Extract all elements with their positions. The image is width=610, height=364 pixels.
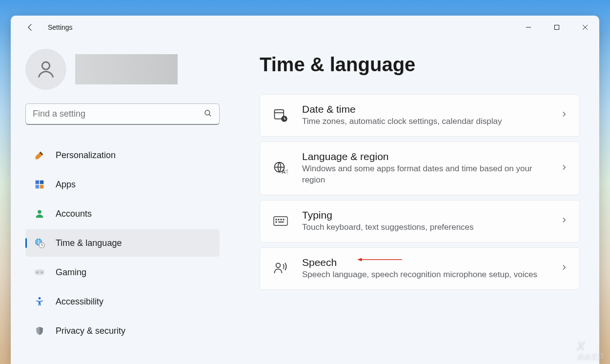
person-green-icon bbox=[34, 208, 45, 219]
svg-point-9 bbox=[38, 210, 41, 214]
svg-point-13 bbox=[37, 272, 38, 273]
calendar-clock-icon bbox=[273, 107, 288, 123]
card-subtitle: Speech language, speech recognition micr… bbox=[302, 269, 547, 281]
globe-clock-icon bbox=[34, 238, 45, 248]
keyboard-icon bbox=[273, 213, 288, 229]
sidebar-item-gaming[interactable]: Gaming bbox=[25, 259, 220, 286]
svg-line-4 bbox=[209, 114, 211, 116]
card-subtitle: Windows and some apps format dates and t… bbox=[302, 163, 547, 186]
svg-point-3 bbox=[205, 110, 210, 115]
svg-rect-21 bbox=[274, 217, 287, 225]
sidebar-item-label: Privacy & security bbox=[56, 326, 125, 336]
chevron-right-icon bbox=[561, 164, 568, 173]
card-title: Typing bbox=[302, 209, 547, 221]
sidebar-item-label: Gaming bbox=[56, 267, 86, 278]
maximize-button[interactable] bbox=[543, 18, 571, 37]
card-title: Date & time bbox=[302, 103, 547, 115]
main-panel: Time & language Date & time Time zones, … bbox=[235, 39, 599, 364]
sidebar-item-time-language[interactable]: Time & language bbox=[25, 229, 220, 257]
svg-rect-1 bbox=[555, 25, 559, 30]
sidebar-item-apps[interactable]: Apps bbox=[25, 171, 220, 198]
content: Personalization Apps Accounts bbox=[11, 39, 599, 364]
back-arrow-icon bbox=[25, 22, 35, 32]
search-input[interactable] bbox=[33, 109, 203, 119]
svg-point-2 bbox=[42, 62, 49, 69]
chevron-right-icon bbox=[561, 217, 568, 225]
watermark-big: X bbox=[577, 339, 585, 352]
profile-header[interactable] bbox=[25, 49, 235, 90]
svg-rect-8 bbox=[40, 185, 44, 189]
card-language-region[interactable]: A字 Language & region Windows and some ap… bbox=[260, 142, 580, 195]
card-speech[interactable]: Speech Speech language, speech recogniti… bbox=[260, 247, 580, 290]
svg-point-23 bbox=[278, 219, 279, 220]
minimize-button[interactable] bbox=[514, 18, 543, 37]
close-icon bbox=[582, 24, 588, 30]
sidebar-item-accessibility[interactable]: Accessibility bbox=[25, 288, 220, 315]
svg-point-22 bbox=[276, 219, 277, 220]
card-subtitle: Touch keyboard, text suggestions, prefer… bbox=[302, 222, 547, 233]
search-box[interactable] bbox=[25, 103, 220, 125]
person-icon bbox=[35, 59, 57, 80]
sidebar: Personalization Apps Accounts bbox=[11, 39, 235, 364]
shield-icon bbox=[34, 325, 45, 336]
sidebar-nav: Personalization Apps Accounts bbox=[25, 142, 235, 344]
card-title: Speech bbox=[302, 257, 547, 268]
back-button[interactable] bbox=[20, 18, 40, 37]
svg-rect-6 bbox=[40, 181, 44, 184]
minimize-icon bbox=[526, 24, 531, 30]
svg-point-14 bbox=[41, 272, 42, 273]
titlebar: Settings bbox=[11, 16, 599, 39]
window-title: Settings bbox=[48, 23, 73, 31]
sidebar-item-label: Apps bbox=[56, 180, 76, 190]
card-date-time[interactable]: Date & time Time zones, automatic clock … bbox=[260, 94, 580, 137]
speech-icon bbox=[273, 261, 288, 276]
sidebar-item-personalization[interactable]: Personalization bbox=[25, 142, 220, 169]
svg-point-28 bbox=[276, 263, 281, 268]
profile-name-redacted bbox=[75, 54, 178, 84]
svg-point-26 bbox=[276, 222, 277, 222]
maximize-icon bbox=[554, 24, 560, 30]
chevron-right-icon bbox=[561, 111, 568, 120]
search-icon bbox=[203, 109, 212, 120]
sidebar-item-label: Time & language bbox=[56, 238, 122, 248]
sidebar-item-label: Accessibility bbox=[56, 297, 103, 307]
svg-point-15 bbox=[39, 297, 41, 300]
sidebar-item-accounts[interactable]: Accounts bbox=[25, 200, 220, 227]
globe-char-icon: A字 bbox=[273, 161, 288, 176]
watermark-small: 自由互联 bbox=[577, 352, 604, 361]
sidebar-item-label: Personalization bbox=[56, 150, 116, 161]
gamepad-icon bbox=[34, 267, 45, 278]
card-subtitle: Time zones, automatic clock settings, ca… bbox=[302, 116, 547, 127]
paintbrush-icon bbox=[34, 150, 45, 161]
svg-point-24 bbox=[281, 219, 282, 220]
sidebar-item-label: Accounts bbox=[56, 209, 92, 219]
watermark: X 自由互联 bbox=[577, 339, 604, 361]
apps-icon bbox=[34, 179, 45, 190]
page-title: Time & language bbox=[260, 54, 580, 76]
svg-rect-27 bbox=[278, 222, 284, 222]
card-typing[interactable]: Typing Touch keyboard, text suggestions,… bbox=[260, 200, 580, 243]
svg-rect-7 bbox=[36, 185, 40, 189]
svg-text:A字: A字 bbox=[282, 169, 288, 175]
svg-rect-5 bbox=[36, 181, 40, 184]
chevron-right-icon bbox=[561, 264, 568, 273]
svg-point-25 bbox=[283, 219, 284, 220]
svg-rect-12 bbox=[35, 270, 44, 275]
avatar bbox=[25, 49, 66, 90]
close-button[interactable] bbox=[571, 18, 599, 37]
accessibility-icon bbox=[34, 296, 45, 307]
window-controls bbox=[514, 18, 599, 37]
card-title: Language & region bbox=[302, 151, 547, 162]
settings-window: Settings bbox=[11, 16, 599, 364]
sidebar-item-privacy-security[interactable]: Privacy & security bbox=[25, 317, 220, 344]
